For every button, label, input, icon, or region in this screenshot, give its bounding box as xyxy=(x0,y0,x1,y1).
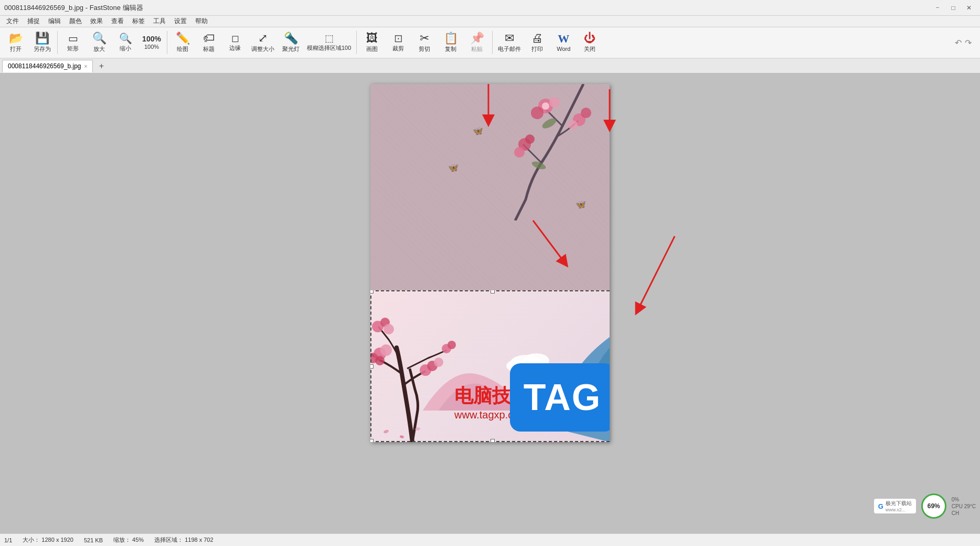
zoom-info: 缩放： 45% xyxy=(113,536,144,544)
svg-point-25 xyxy=(448,341,456,349)
menu-settings[interactable]: 设置 xyxy=(170,16,191,27)
zoomin-icon: 🔍 xyxy=(92,33,106,44)
tab-close-button[interactable]: × xyxy=(84,64,87,69)
close-img-button[interactable]: ⏻ 关闭 xyxy=(577,29,602,56)
menu-help[interactable]: 帮助 xyxy=(191,16,212,27)
saveas-button[interactable]: 💾 另存为 xyxy=(29,29,55,56)
minimize-button[interactable]: － xyxy=(931,3,944,13)
svg-point-20 xyxy=(384,324,394,334)
close-img-label: 关闭 xyxy=(584,45,595,53)
cut-icon: ✂ xyxy=(420,33,429,44)
label-btn-label: 标题 xyxy=(203,45,215,53)
menu-view[interactable]: 查看 xyxy=(107,16,128,27)
edge-button[interactable]: ◻ 边缘 xyxy=(222,29,248,56)
flower-svg xyxy=(489,84,610,220)
aurora-icon: G xyxy=(878,502,883,510)
rect-label: 矩形 xyxy=(67,45,79,52)
svg-point-1 xyxy=(542,102,549,110)
spotlight-label: 聚光灯 xyxy=(282,45,300,53)
tabbar: 0008118446926569_b.jpg × + xyxy=(0,59,980,74)
separator-4 xyxy=(492,31,493,54)
cpu-label: 0% xyxy=(952,497,976,502)
crop-icon: ⊡ xyxy=(394,33,403,44)
edge-label: 边缘 xyxy=(229,44,241,52)
open-button[interactable]: 📂 打开 xyxy=(3,29,28,56)
svg-point-17 xyxy=(375,356,385,365)
svg-point-8 xyxy=(581,108,591,118)
draw2-button[interactable]: 🖼 画图 xyxy=(359,29,385,56)
zoom100-icon: 100% xyxy=(142,35,161,43)
redo-button[interactable]: ↷ xyxy=(965,38,972,48)
image-display: 🦋 🦋 🦋 xyxy=(370,84,610,442)
menu-color[interactable]: 颜色 xyxy=(65,16,86,27)
crop-button[interactable]: ⊡ 裁剪 xyxy=(386,29,411,56)
image-tab[interactable]: 0008118446926569_b.jpg × xyxy=(2,60,93,72)
window-controls: － □ ✕ xyxy=(931,3,976,13)
sel-handle-tl xyxy=(370,290,374,293)
zoomout-label: 缩小 xyxy=(120,45,131,52)
maximize-button[interactable]: □ xyxy=(946,3,960,13)
cut-label: 剪切 xyxy=(419,45,430,53)
size-label: 大小： 1280 x 1920 xyxy=(23,536,73,544)
menu-tags[interactable]: 标签 xyxy=(128,16,149,27)
undo-button[interactable]: ↶ xyxy=(955,38,962,48)
edge-icon: ◻ xyxy=(231,34,239,43)
marquee-button[interactable]: ⬚ 模糊选择区域100 xyxy=(304,29,354,56)
rect-button[interactable]: ▭ 矩形 xyxy=(60,29,86,56)
flower-top-right xyxy=(489,84,610,220)
close-button[interactable]: ✕ xyxy=(962,3,976,13)
aurora-label: 极光下载站 xyxy=(886,500,912,507)
statusbar: 1/1 大小： 1280 x 1920 521 KB 缩放： 45% 选择区域：… xyxy=(0,533,980,546)
cpu-stats: 0% CPU 29°C CH xyxy=(952,497,976,516)
copy-button[interactable]: 📋 复制 xyxy=(438,29,463,56)
zoom100-button[interactable]: 100% 100% xyxy=(139,29,164,56)
copy-label: 复制 xyxy=(445,45,456,53)
label-button[interactable]: 🏷 标题 xyxy=(196,29,221,56)
label-icon: 🏷 xyxy=(203,33,215,44)
svg-point-2 xyxy=(531,107,544,119)
draw2-label: 画图 xyxy=(366,45,378,53)
draw-icon: ✏️ xyxy=(176,33,190,44)
resize-button[interactable]: ⤢ 调整大小 xyxy=(249,29,277,56)
canvas-area: 🦋 🦋 🦋 xyxy=(370,84,610,442)
word-button[interactable]: W Word xyxy=(551,29,576,56)
crop-label: 裁剪 xyxy=(392,45,404,52)
spotlight-icon: 🔦 xyxy=(284,33,298,44)
svg-point-5 xyxy=(514,147,525,158)
zoomout-button[interactable]: 🔍 缩小 xyxy=(113,29,138,56)
word-icon: W xyxy=(558,33,569,45)
tab-name: 0008118446926569_b.jpg xyxy=(8,62,81,70)
draw2-icon: 🖼 xyxy=(366,33,378,44)
image-upper: 🦋 🦋 🦋 xyxy=(370,84,610,290)
spotlight-button[interactable]: 🔦 聚光灯 xyxy=(278,29,303,56)
svg-point-3 xyxy=(549,97,560,108)
butterfly-3: 🦋 xyxy=(473,126,483,136)
paste-button[interactable]: 📌 粘贴 xyxy=(464,29,489,56)
filesize: 521 KB xyxy=(84,537,103,543)
email-button[interactable]: ✉ 电子邮件 xyxy=(495,29,524,56)
svg-line-35 xyxy=(638,236,675,310)
tab-add-button[interactable]: + xyxy=(95,60,108,72)
marquee-label: 模糊选择区域100 xyxy=(307,44,351,52)
zoomout-icon: 🔍 xyxy=(119,33,132,44)
menu-tools[interactable]: 工具 xyxy=(149,16,170,27)
menu-edit[interactable]: 编辑 xyxy=(44,16,65,27)
zoomin-label: 放大 xyxy=(93,45,105,53)
sel-handle-tm xyxy=(491,290,495,293)
butterfly-1: 🦋 xyxy=(448,163,459,173)
open-icon: 📂 xyxy=(9,33,23,44)
tag-text: TAG xyxy=(524,376,602,418)
svg-line-13 xyxy=(533,220,564,262)
menu-effects[interactable]: 效果 xyxy=(86,16,107,27)
menu-capture[interactable]: 捕捉 xyxy=(23,16,44,27)
aurora-url: www.x2... xyxy=(886,507,912,512)
print-icon: 🖨 xyxy=(531,33,543,44)
open-label: 打开 xyxy=(10,45,22,53)
draw-button[interactable]: ✏️ 绘图 xyxy=(170,29,195,56)
zoom100-label: 100% xyxy=(144,44,159,50)
print-button[interactable]: 🖨 打印 xyxy=(525,29,550,56)
system-tray: G 极光下载站 www.x2... 69% 0% CPU 29°C CH xyxy=(874,494,976,519)
zoomin-button[interactable]: 🔍 放大 xyxy=(87,29,112,56)
menu-file[interactable]: 文件 xyxy=(2,16,23,27)
cut-button[interactable]: ✂ 剪切 xyxy=(412,29,437,56)
